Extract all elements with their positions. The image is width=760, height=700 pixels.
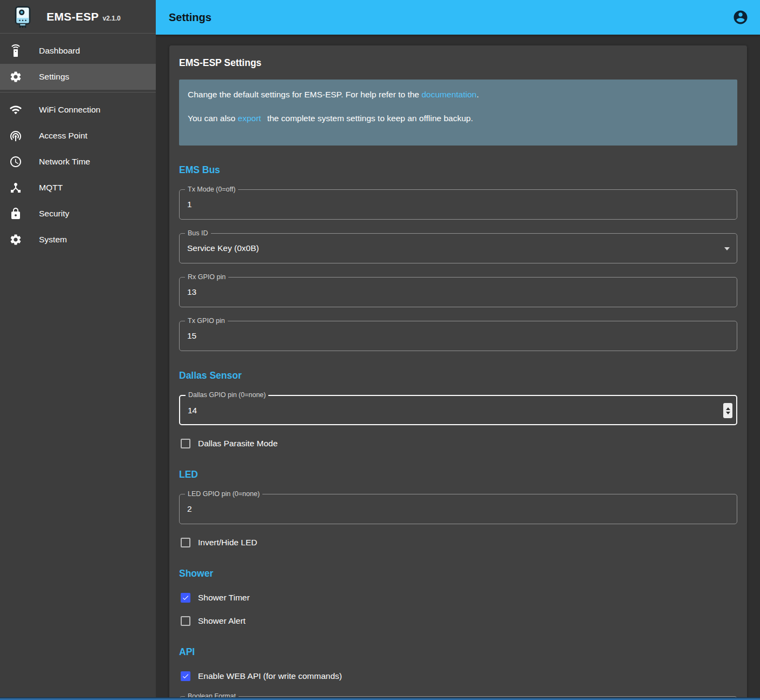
sidebar-item-network-time[interactable]: Network Time [0, 149, 156, 175]
brand-version: v2.1.0 [103, 15, 121, 22]
check-icon [182, 593, 189, 602]
section-title-api: API [179, 646, 737, 658]
checkbox[interactable] [181, 439, 190, 448]
sidebar-item-label: Network Time [39, 157, 90, 167]
gear-icon [9, 233, 22, 246]
enable-web-api-checkbox[interactable]: Enable WEB API (for write commands) [179, 670, 737, 683]
lock-icon [9, 207, 22, 220]
stepper-down-icon[interactable] [726, 412, 730, 414]
rx-gpio-field[interactable]: Rx GPIO pin 13 [179, 277, 737, 307]
remote-icon [9, 44, 22, 57]
checkbox-label: Dallas Parasite Mode [198, 439, 277, 448]
sidebar-item-label: Dashboard [39, 46, 80, 56]
sidebar-item-label: Security [39, 209, 69, 219]
main-content: EMS-ESP Settings Change the default sett… [156, 35, 760, 700]
sidebar-item-wifi-connection[interactable]: WiFi Connection [0, 97, 156, 123]
checkbox[interactable] [181, 671, 190, 681]
field-value: 2 [187, 504, 192, 514]
field-label: Bus ID [185, 229, 211, 237]
field-label: Tx GPIO pin [185, 317, 228, 325]
sidebar-item-label: WiFi Connection [39, 105, 101, 115]
info-line-1: Change the default settings for EMS-ESP.… [188, 89, 729, 100]
checkbox-label: Shower Timer [198, 593, 250, 603]
checkbox[interactable] [181, 538, 190, 547]
sidebar-item-settings[interactable]: Settings [0, 64, 156, 90]
invert-hide-led-checkbox[interactable]: Invert/Hide LED [179, 536, 737, 549]
check-icon [182, 672, 189, 681]
info-text: . [477, 90, 479, 99]
field-value: 13 [187, 287, 196, 297]
sidebar-nav: Dashboard Settings WiFi Connection Acces… [0, 34, 156, 253]
sidebar-item-label: MQTT [39, 183, 63, 193]
stepper-up-icon[interactable] [726, 407, 730, 410]
info-text: the complete system settings to keep an … [265, 114, 473, 123]
settings-card: EMS-ESP Settings Change the default sett… [169, 45, 747, 700]
clock-icon [9, 155, 22, 168]
section-title-dallas-sensor: Dallas Sensor [179, 370, 737, 381]
number-stepper[interactable] [723, 403, 732, 418]
shower-timer-checkbox[interactable]: Shower Timer [179, 591, 737, 604]
info-line-2: You can also export the complete system … [188, 113, 729, 124]
info-text: Change the default settings for EMS-ESP.… [188, 90, 421, 99]
dallas-parasite-checkbox[interactable]: Dallas Parasite Mode [179, 437, 737, 450]
sidebar-item-label: Access Point [39, 131, 88, 141]
boiler-logo-icon [11, 5, 35, 29]
sidebar-item-mqtt[interactable]: MQTT [0, 175, 156, 201]
gear-icon [9, 70, 22, 83]
field-label: LED GPIO pin (0=none) [185, 490, 262, 498]
sidebar-item-access-point[interactable]: Access Point [0, 123, 156, 149]
checkbox-label: Enable WEB API (for write commands) [198, 671, 342, 681]
documentation-link[interactable]: documentation [421, 90, 477, 99]
checkbox-label: Invert/Hide LED [198, 538, 257, 547]
field-value: 15 [187, 331, 196, 341]
field-label: Rx GPIO pin [185, 273, 228, 281]
field-label: Dallas GPIO pin (0=none) [186, 391, 268, 399]
wifi-tethering-icon [9, 129, 22, 142]
checkbox[interactable] [181, 593, 190, 603]
field-value: Service Key (0x0B) [187, 243, 259, 253]
field-value: 14 [188, 406, 197, 415]
section-title-led: LED [179, 469, 737, 480]
card-title: EMS-ESP Settings [179, 55, 737, 69]
sidebar-divider [0, 92, 156, 93]
tx-mode-field[interactable]: Tx Mode (0=off) 1 [179, 189, 737, 220]
info-text: You can also [188, 114, 238, 123]
bus-id-select[interactable]: Bus ID Service Key (0x0B) [179, 233, 737, 263]
page-title: Settings [169, 11, 212, 24]
sidebar-item-security[interactable]: Security [0, 201, 156, 227]
field-label: Tx Mode (0=off) [185, 186, 238, 193]
tx-gpio-field[interactable]: Tx GPIO pin 15 [179, 321, 737, 351]
sidebar: EMS-ESP v2.1.0 Dashboard Settings WiFi C… [0, 0, 156, 700]
sidebar-item-system[interactable]: System [0, 227, 156, 253]
sidebar-item-label: Settings [39, 72, 69, 82]
hub-icon [9, 181, 22, 194]
brand-title: EMS-ESP [47, 10, 99, 23]
sidebar-item-dashboard[interactable]: Dashboard [0, 38, 156, 64]
bottom-edge-strip [0, 697, 760, 700]
app-bar: Settings [156, 0, 760, 35]
section-title-shower: Shower [179, 568, 737, 579]
field-value: 1 [187, 200, 192, 209]
export-link[interactable]: export [238, 114, 261, 123]
checkbox-label: Shower Alert [198, 616, 246, 626]
dallas-gpio-field[interactable]: Dallas GPIO pin (0=none) 14 [179, 395, 737, 425]
info-box: Change the default settings for EMS-ESP.… [179, 80, 737, 146]
led-gpio-field[interactable]: LED GPIO pin (0=none) 2 [179, 494, 737, 524]
brand-header: EMS-ESP v2.1.0 [0, 0, 156, 34]
section-title-ems-bus: EMS Bus [179, 164, 737, 176]
account-circle-icon[interactable] [729, 5, 752, 29]
shower-alert-checkbox[interactable]: Shower Alert [179, 615, 737, 628]
wifi-icon [9, 103, 22, 116]
chevron-down-icon [724, 247, 730, 250]
checkbox[interactable] [181, 616, 190, 626]
sidebar-item-label: System [39, 235, 67, 245]
